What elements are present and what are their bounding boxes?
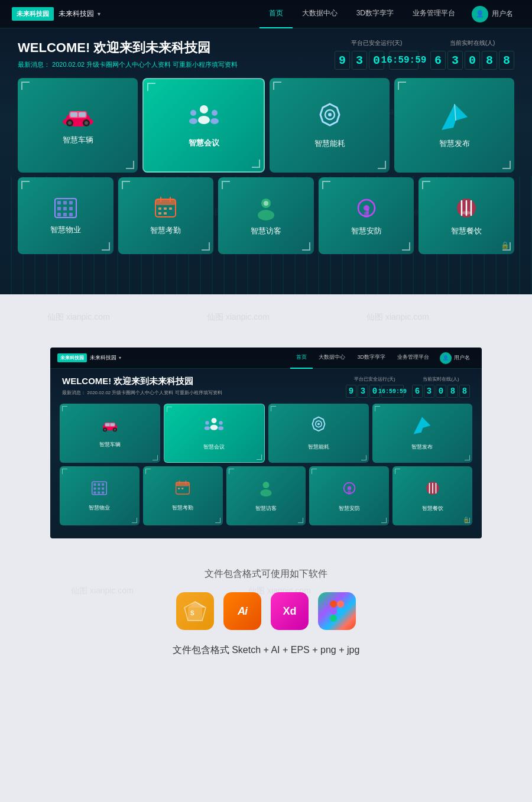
dropdown-arrow-sm-icon[interactable]: ▾ <box>119 355 121 361</box>
user-menu-sm[interactable]: 👤 用户名 <box>435 352 475 364</box>
stat-running-sm: 平台已安全运行(天) 9 3 0 16:59:59 <box>346 376 404 398</box>
svg-point-9 <box>200 105 208 113</box>
svg-rect-22 <box>69 201 73 204</box>
card-sm-publish[interactable]: 智慧发布 <box>372 404 473 463</box>
svg-rect-69 <box>102 483 104 486</box>
svg-rect-37 <box>164 212 167 215</box>
card-sm-vehicle[interactable]: 智慧车辆 <box>60 404 160 463</box>
svg-rect-27 <box>63 213 67 216</box>
digit-3b: 3 <box>447 51 463 70</box>
dropdown-arrow-icon[interactable]: ▾ <box>98 11 100 17</box>
cards-row-sm-2: 智慧物业 智慧考勤 <box>60 466 472 525</box>
nav-item-sm-home[interactable]: 首页 <box>290 348 313 369</box>
svg-rect-24 <box>63 207 67 210</box>
svg-point-60 <box>205 426 210 430</box>
visitor-icon <box>253 195 279 221</box>
svg-rect-97 <box>337 600 344 608</box>
meeting-icon <box>187 102 220 132</box>
svg-rect-68 <box>98 483 100 486</box>
dining-icon-sm <box>424 479 442 501</box>
svg-point-13 <box>212 110 218 116</box>
svg-rect-28 <box>69 213 73 216</box>
card-property[interactable]: 智慧物业 <box>18 177 113 254</box>
avatar: 👤 <box>472 6 488 22</box>
user-menu[interactable]: 👤 用户名 <box>465 6 520 22</box>
welcome-block-sm: WELCOME! 欢迎来到未来科技园 最新消息： 2020.02.02 升级卡圈… <box>62 376 222 396</box>
card-security-label: 智慧安防 <box>351 226 382 236</box>
card-meeting[interactable]: 智慧会议 <box>142 78 265 173</box>
card-security[interactable]: 智慧安防 <box>319 177 414 254</box>
ai-label: Ai <box>238 605 247 618</box>
svg-point-54 <box>104 428 106 431</box>
svg-rect-73 <box>94 491 96 493</box>
card-energy[interactable]: 智慧能耗 <box>270 78 390 173</box>
attendance-icon-sm <box>174 480 191 501</box>
card-attendance-label: 智慧考勤 <box>150 225 181 236</box>
card-vehicle-label: 智慧车辆 <box>63 135 93 145</box>
card-sm-vehicle-label: 智慧车辆 <box>99 441 121 449</box>
svg-point-59 <box>205 421 209 424</box>
nav-item-sm-3d[interactable]: 3D数字孪字 <box>351 348 391 369</box>
svg-point-48 <box>462 211 471 215</box>
card-attendance[interactable]: 智慧考勤 <box>118 177 214 254</box>
card-dining-label: 智慧餐饮 <box>451 226 482 236</box>
digit-8b: 8 <box>499 51 514 70</box>
nav-item-home[interactable]: 首页 <box>259 0 293 28</box>
svg-rect-36 <box>158 212 161 215</box>
svg-rect-96 <box>330 600 337 608</box>
property-icon <box>53 196 79 220</box>
card-vehicle[interactable]: 智慧车辆 <box>18 78 138 173</box>
welcome-title: WELCOME! 欢迎来到未来科技园 <box>18 39 238 57</box>
vehicle-icon <box>60 105 96 129</box>
svg-rect-4 <box>79 112 86 117</box>
stat3-digits-sm: 6 3 0 8 8 <box>412 385 470 398</box>
nav-item-3d[interactable]: 3D数字孪字 <box>347 0 403 28</box>
news-label: 最新消息： <box>18 61 50 68</box>
security-icon-sm <box>341 479 358 501</box>
card-sm-meeting[interactable]: 智慧会议 <box>164 404 265 463</box>
card-sm-attendance[interactable]: 智慧考勤 <box>143 466 223 525</box>
digit-3: 3 <box>352 51 367 70</box>
card-sm-dining-label: 智慧餐饮 <box>422 505 443 512</box>
figma-icon <box>318 592 356 630</box>
nav-item-bigdata[interactable]: 大数据中心 <box>293 0 347 28</box>
stat3-label-sm: 当前实时在线(人) <box>412 376 470 382</box>
card-dining[interactable]: 智慧餐饮 🔒 <box>419 177 514 254</box>
svg-point-82 <box>263 482 270 488</box>
bottom-section: 仙图 xianpic.com 仙图 xianpic.com 仙图 xianpic… <box>0 550 532 668</box>
stat3-label: 当前实时在线(人) <box>430 39 514 47</box>
svg-point-56 <box>113 428 116 431</box>
navbar-logo-sm: 未来科技园 <box>57 353 87 362</box>
dashboard-header-sm: WELCOME! 欢迎来到未来科技园 最新消息： 2020.02.02 升级卡圈… <box>50 369 482 404</box>
username-label: 用户名 <box>492 9 513 19</box>
navbar-sm: 未来科技园 未来科技园 ▾ 首页 大数据中心 3D数字孪字 业务管理平台 👤 用… <box>50 348 482 369</box>
news-text-sm: 2020.02.02 升级卡圈网个人中心个人资料 可重新小程序填写资料 <box>87 390 222 395</box>
cards-container-sm: 智慧车辆 智慧会议 <box>50 404 482 538</box>
svg-rect-21 <box>63 201 67 204</box>
wm-sep1: 仙图 xianpic.com <box>47 312 110 323</box>
digit-sm-8b: 8 <box>459 385 470 398</box>
card-sm-visitor[interactable]: 智慧访客 <box>226 466 306 525</box>
nav-item-platform[interactable]: 业务管理平台 <box>403 0 465 28</box>
svg-rect-20 <box>57 201 61 204</box>
nav-item-sm-bigdata[interactable]: 大数据中心 <box>313 348 351 369</box>
card-visitor[interactable]: 智慧访客 <box>218 177 314 254</box>
navbar-title-text: 未来科技园 <box>59 9 94 19</box>
card-sm-energy[interactable]: 智慧能耗 <box>268 404 369 463</box>
card-sm-dining[interactable]: 智慧餐饮 🔒 <box>392 466 472 525</box>
news-label-sm: 最新消息： <box>62 390 86 395</box>
stat1-label-sm: 平台已安全运行(天) <box>346 376 404 382</box>
card-sm-visitor-label: 智慧访客 <box>255 505 277 512</box>
card-sm-meeting-label: 智慧会议 <box>203 443 225 451</box>
card-publish[interactable]: 智慧发布 <box>394 78 514 173</box>
card-sm-security[interactable]: 智慧安防 <box>309 466 389 525</box>
dashboard-small: 仙图 xianpic.com 仙图 xianpic.com 仙图 xianpic… <box>50 348 482 538</box>
publish-icon-sm <box>412 415 432 440</box>
nav-item-sm-platform[interactable]: 业务管理平台 <box>391 348 435 369</box>
cards-container: 智慧车辆 智慧会议 <box>0 78 532 254</box>
stat1-digits: 9 3 0 16:59:59 <box>335 51 419 70</box>
svg-point-83 <box>260 489 271 496</box>
card-sm-property[interactable]: 智慧物业 <box>60 466 140 525</box>
card-property-label: 智慧物业 <box>50 225 81 235</box>
svg-rect-43 <box>364 212 369 217</box>
